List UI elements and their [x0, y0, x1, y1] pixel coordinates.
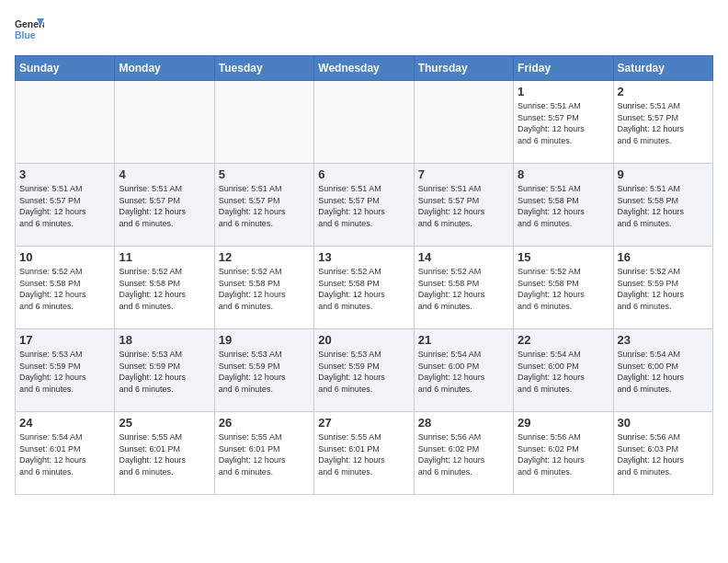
calendar-week-4: 17Sunrise: 5:53 AM Sunset: 5:59 PM Dayli… — [16, 329, 713, 412]
calendar-cell: 14Sunrise: 5:52 AM Sunset: 5:58 PM Dayli… — [414, 247, 513, 329]
calendar-week-5: 24Sunrise: 5:54 AM Sunset: 6:01 PM Dayli… — [16, 412, 713, 495]
day-info: Sunrise: 5:54 AM Sunset: 6:00 PM Dayligh… — [418, 349, 509, 395]
calendar-week-2: 3Sunrise: 5:51 AM Sunset: 5:57 PM Daylig… — [16, 164, 713, 247]
day-info: Sunrise: 5:53 AM Sunset: 5:59 PM Dayligh… — [219, 349, 310, 395]
calendar-header: General Blue — [15, 15, 713, 44]
day-number: 18 — [119, 333, 210, 347]
day-number: 29 — [518, 416, 609, 430]
day-info: Sunrise: 5:51 AM Sunset: 5:57 PM Dayligh… — [119, 183, 210, 229]
calendar-cell — [414, 81, 513, 164]
day-info: Sunrise: 5:51 AM Sunset: 5:57 PM Dayligh… — [618, 100, 709, 146]
weekday-header-tuesday: Tuesday — [214, 56, 313, 81]
day-info: Sunrise: 5:51 AM Sunset: 5:57 PM Dayligh… — [418, 183, 509, 229]
day-info: Sunrise: 5:52 AM Sunset: 5:58 PM Dayligh… — [19, 266, 110, 312]
calendar-cell: 3Sunrise: 5:51 AM Sunset: 5:57 PM Daylig… — [16, 164, 115, 247]
day-number: 28 — [418, 416, 509, 430]
logo: General Blue — [15, 15, 44, 44]
calendar-cell: 1Sunrise: 5:51 AM Sunset: 5:57 PM Daylig… — [514, 81, 613, 164]
day-info: Sunrise: 5:52 AM Sunset: 5:58 PM Dayligh… — [518, 266, 609, 312]
calendar-cell: 23Sunrise: 5:54 AM Sunset: 6:00 PM Dayli… — [613, 329, 712, 412]
calendar-cell: 28Sunrise: 5:56 AM Sunset: 6:02 PM Dayli… — [414, 412, 513, 495]
day-number: 16 — [618, 250, 709, 264]
day-number: 6 — [318, 167, 409, 181]
day-number: 1 — [518, 85, 609, 98]
calendar-cell: 16Sunrise: 5:52 AM Sunset: 5:59 PM Dayli… — [613, 247, 712, 329]
calendar-cell: 6Sunrise: 5:51 AM Sunset: 5:57 PM Daylig… — [314, 164, 414, 247]
calendar-cell: 30Sunrise: 5:56 AM Sunset: 6:03 PM Dayli… — [613, 412, 712, 495]
day-number: 5 — [219, 167, 310, 181]
weekday-header-wednesday: Wednesday — [314, 56, 414, 81]
calendar-cell — [115, 81, 214, 164]
weekday-header-thursday: Thursday — [414, 56, 513, 81]
calendar-cell: 29Sunrise: 5:56 AM Sunset: 6:02 PM Dayli… — [514, 412, 613, 495]
weekday-header-friday: Friday — [514, 56, 613, 81]
calendar-cell: 12Sunrise: 5:52 AM Sunset: 5:58 PM Dayli… — [214, 247, 313, 329]
calendar-cell: 25Sunrise: 5:55 AM Sunset: 6:01 PM Dayli… — [115, 412, 214, 495]
calendar-week-1: 1Sunrise: 5:51 AM Sunset: 5:57 PM Daylig… — [16, 81, 713, 164]
calendar-cell: 15Sunrise: 5:52 AM Sunset: 5:58 PM Dayli… — [514, 247, 613, 329]
day-number: 22 — [518, 333, 609, 347]
calendar-cell: 11Sunrise: 5:52 AM Sunset: 5:58 PM Dayli… — [115, 247, 214, 329]
day-info: Sunrise: 5:55 AM Sunset: 6:01 PM Dayligh… — [318, 431, 409, 477]
day-info: Sunrise: 5:51 AM Sunset: 5:57 PM Dayligh… — [518, 100, 609, 146]
day-number: 25 — [119, 416, 210, 430]
day-number: 12 — [219, 250, 310, 264]
day-info: Sunrise: 5:51 AM Sunset: 5:57 PM Dayligh… — [219, 183, 310, 229]
day-number: 23 — [618, 333, 709, 347]
day-info: Sunrise: 5:54 AM Sunset: 6:01 PM Dayligh… — [19, 431, 110, 477]
day-info: Sunrise: 5:56 AM Sunset: 6:03 PM Dayligh… — [618, 431, 709, 477]
calendar-cell: 26Sunrise: 5:55 AM Sunset: 6:01 PM Dayli… — [214, 412, 313, 495]
day-info: Sunrise: 5:55 AM Sunset: 6:01 PM Dayligh… — [119, 431, 210, 477]
calendar-cell: 13Sunrise: 5:52 AM Sunset: 5:58 PM Dayli… — [314, 247, 414, 329]
day-info: Sunrise: 5:53 AM Sunset: 5:59 PM Dayligh… — [318, 349, 409, 395]
day-info: Sunrise: 5:52 AM Sunset: 5:58 PM Dayligh… — [119, 266, 210, 312]
day-number: 7 — [418, 167, 509, 181]
day-number: 8 — [518, 167, 609, 181]
day-info: Sunrise: 5:52 AM Sunset: 5:58 PM Dayligh… — [318, 266, 409, 312]
calendar-cell: 18Sunrise: 5:53 AM Sunset: 5:59 PM Dayli… — [115, 329, 214, 412]
day-number: 19 — [219, 333, 310, 347]
logo-icon: General Blue — [15, 15, 44, 44]
day-number: 15 — [518, 250, 609, 264]
day-number: 20 — [318, 333, 409, 347]
day-number: 4 — [119, 167, 210, 181]
day-number: 10 — [19, 250, 110, 264]
calendar-cell — [314, 81, 414, 164]
day-info: Sunrise: 5:51 AM Sunset: 5:57 PM Dayligh… — [19, 183, 110, 229]
day-info: Sunrise: 5:52 AM Sunset: 5:58 PM Dayligh… — [219, 266, 310, 312]
day-number: 9 — [618, 167, 709, 181]
weekday-header-monday: Monday — [115, 56, 214, 81]
day-info: Sunrise: 5:51 AM Sunset: 5:58 PM Dayligh… — [618, 183, 709, 229]
calendar-cell: 5Sunrise: 5:51 AM Sunset: 5:57 PM Daylig… — [214, 164, 313, 247]
day-number: 3 — [19, 167, 110, 181]
calendar-cell: 7Sunrise: 5:51 AM Sunset: 5:57 PM Daylig… — [414, 164, 513, 247]
day-info: Sunrise: 5:56 AM Sunset: 6:02 PM Dayligh… — [418, 431, 509, 477]
calendar-cell: 27Sunrise: 5:55 AM Sunset: 6:01 PM Dayli… — [314, 412, 414, 495]
calendar-cell: 9Sunrise: 5:51 AM Sunset: 5:58 PM Daylig… — [613, 164, 712, 247]
weekday-header-sunday: Sunday — [16, 56, 115, 81]
day-info: Sunrise: 5:56 AM Sunset: 6:02 PM Dayligh… — [518, 431, 609, 477]
day-info: Sunrise: 5:52 AM Sunset: 5:58 PM Dayligh… — [418, 266, 509, 312]
calendar-week-3: 10Sunrise: 5:52 AM Sunset: 5:58 PM Dayli… — [16, 247, 713, 329]
weekday-header-saturday: Saturday — [613, 56, 712, 81]
day-info: Sunrise: 5:51 AM Sunset: 5:58 PM Dayligh… — [518, 183, 609, 229]
day-number: 27 — [318, 416, 409, 430]
calendar-cell: 17Sunrise: 5:53 AM Sunset: 5:59 PM Dayli… — [16, 329, 115, 412]
day-number: 13 — [318, 250, 409, 264]
calendar-cell: 10Sunrise: 5:52 AM Sunset: 5:58 PM Dayli… — [16, 247, 115, 329]
day-number: 30 — [618, 416, 709, 430]
calendar-cell: 20Sunrise: 5:53 AM Sunset: 5:59 PM Dayli… — [314, 329, 414, 412]
calendar-cell — [16, 81, 115, 164]
calendar-cell: 8Sunrise: 5:51 AM Sunset: 5:58 PM Daylig… — [514, 164, 613, 247]
day-number: 2 — [618, 85, 709, 98]
day-number: 11 — [119, 250, 210, 264]
day-info: Sunrise: 5:54 AM Sunset: 6:00 PM Dayligh… — [518, 349, 609, 395]
calendar-cell: 19Sunrise: 5:53 AM Sunset: 5:59 PM Dayli… — [214, 329, 313, 412]
calendar-table: SundayMondayTuesdayWednesdayThursdayFrid… — [15, 55, 713, 495]
svg-text:Blue: Blue — [15, 30, 36, 40]
day-info: Sunrise: 5:54 AM Sunset: 6:00 PM Dayligh… — [618, 349, 709, 395]
day-info: Sunrise: 5:53 AM Sunset: 5:59 PM Dayligh… — [119, 349, 210, 395]
calendar-cell: 4Sunrise: 5:51 AM Sunset: 5:57 PM Daylig… — [115, 164, 214, 247]
calendar-cell: 22Sunrise: 5:54 AM Sunset: 6:00 PM Dayli… — [514, 329, 613, 412]
calendar-cell — [214, 81, 313, 164]
